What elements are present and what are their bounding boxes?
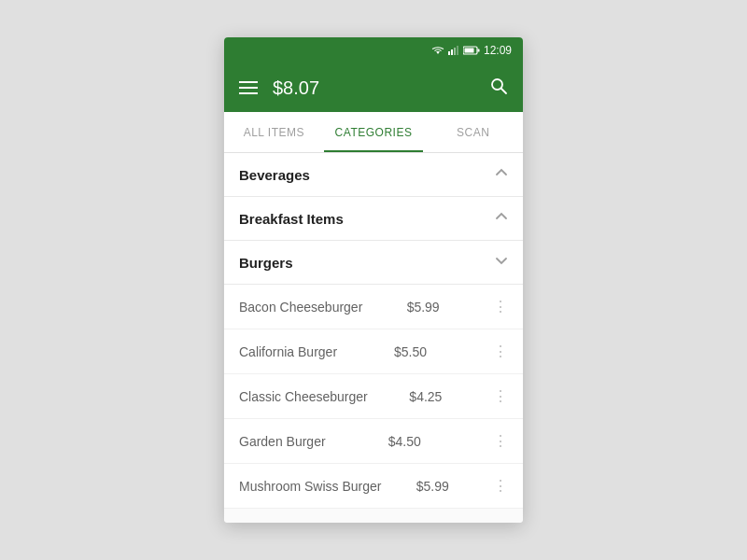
chevron-burgers-icon (495, 254, 508, 271)
toolbar-left: $8.07 (239, 77, 319, 99)
category-burgers-label: Burgers (239, 255, 293, 271)
item-price: $5.50 (394, 344, 427, 359)
svg-rect-7 (464, 49, 473, 53)
cart-total: $8.07 (273, 77, 319, 99)
tab-all-items[interactable]: ALL ITEMS (224, 112, 324, 152)
toolbar: $8.07 (224, 63, 523, 112)
item-price: $4.50 (388, 434, 421, 449)
svg-rect-3 (454, 48, 456, 55)
svg-rect-2 (451, 49, 453, 55)
item-price: $5.99 (416, 479, 449, 494)
tab-bar: ALL ITEMS CATEGORIES SCAN (224, 112, 523, 153)
chevron-beverages-icon (495, 166, 508, 183)
item-name: Mushroom Swiss Burger (239, 479, 382, 494)
category-beverages-label: Beverages (239, 167, 310, 183)
item-name: Bacon Cheeseburger (239, 300, 362, 315)
svg-rect-6 (477, 49, 479, 52)
battery-icon (463, 46, 480, 55)
more-options-icon[interactable]: ⋮ (493, 343, 508, 360)
status-bar: 12:09 (224, 37, 523, 63)
category-burgers[interactable]: Burgers (224, 241, 523, 285)
list-item: Garden Burger $4.50 ⋮ (224, 419, 523, 464)
wifi-icon (431, 46, 444, 55)
more-options-icon[interactable]: ⋮ (493, 387, 508, 405)
category-beverages[interactable]: Beverages (224, 153, 523, 197)
svg-marker-0 (436, 51, 440, 54)
item-name: Garden Burger (239, 434, 326, 449)
svg-rect-1 (448, 51, 450, 55)
signal-icon (448, 46, 459, 55)
svg-rect-4 (457, 46, 458, 55)
status-time: 12:09 (484, 44, 512, 57)
menu-icon[interactable] (239, 81, 258, 94)
more-options-icon[interactable]: ⋮ (493, 477, 508, 495)
item-price: $4.25 (409, 389, 442, 404)
list-item: California Burger $5.50 ⋮ (224, 329, 523, 374)
search-icon[interactable] (489, 77, 508, 100)
item-name: Classic Cheeseburger (239, 389, 368, 404)
phone-frame: 12:09 $8.07 ALL ITEMS CATEGORIES (224, 37, 523, 523)
list-item: Mushroom Swiss Burger $5.99 ⋮ (224, 464, 523, 509)
category-breakfast-items[interactable]: Breakfast Items (224, 197, 523, 241)
item-name: California Burger (239, 344, 337, 359)
chevron-breakfast-icon (495, 210, 508, 227)
list-item: Classic Cheeseburger $4.25 ⋮ (224, 374, 523, 419)
category-breakfast-label: Breakfast Items (239, 211, 344, 227)
status-icons: 12:09 (431, 44, 512, 57)
tab-scan[interactable]: SCAN (423, 112, 523, 152)
svg-line-9 (501, 88, 507, 93)
tab-categories[interactable]: CATEGORIES (324, 112, 424, 152)
more-options-icon[interactable]: ⋮ (493, 298, 508, 315)
list-item: Bacon Cheeseburger $5.99 ⋮ (224, 285, 523, 329)
item-price: $5.99 (407, 300, 440, 315)
content-area: Beverages Breakfast Items Burgers (224, 153, 523, 523)
more-options-icon[interactable]: ⋮ (493, 432, 508, 450)
